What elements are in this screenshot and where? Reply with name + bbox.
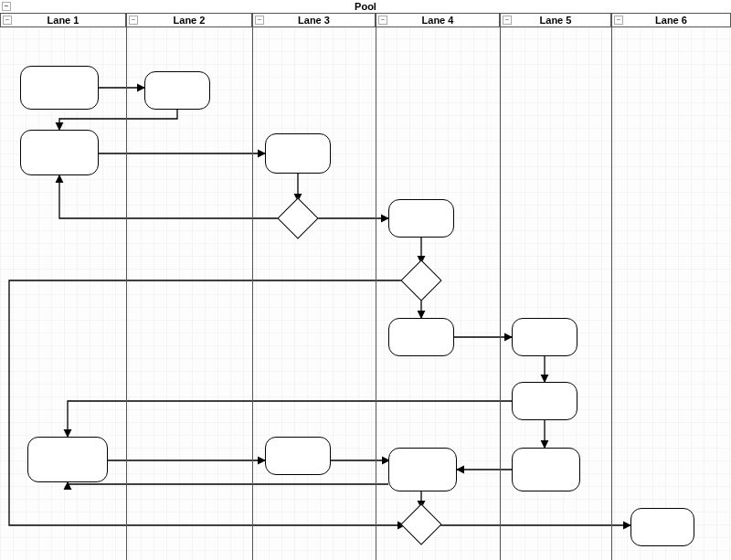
- gateway-node[interactable]: [277, 197, 318, 238]
- pool-title-label: Pool: [355, 1, 376, 12]
- task-node[interactable]: [630, 508, 694, 546]
- lane-collapse-icon[interactable]: −: [378, 16, 387, 25]
- task-node[interactable]: [388, 448, 457, 491]
- edges-layer: [0, 0, 731, 560]
- lane-header-lane1: Lane 1: [0, 13, 126, 27]
- pool-collapse-icon[interactable]: −: [2, 2, 11, 11]
- lane-collapse-icon[interactable]: −: [614, 16, 623, 25]
- task-node[interactable]: [512, 318, 577, 356]
- lane-collapse-icon[interactable]: −: [503, 16, 512, 25]
- task-node[interactable]: [144, 71, 210, 110]
- lane-header-label: Lane 4: [422, 15, 454, 26]
- gateway-node[interactable]: [400, 503, 441, 544]
- task-node[interactable]: [512, 448, 580, 491]
- task-node[interactable]: [512, 382, 577, 420]
- task-node[interactable]: [388, 318, 454, 356]
- lane-header-lane5: Lane 5: [500, 13, 611, 27]
- lane-collapse-icon[interactable]: −: [129, 16, 138, 25]
- lane-header-lane2: Lane 2: [126, 13, 252, 27]
- edge[interactable]: [59, 175, 281, 218]
- task-node[interactable]: [265, 133, 331, 174]
- lane-separator: [611, 27, 612, 560]
- lane-separator: [252, 27, 253, 560]
- diagram-canvas[interactable]: − Pool Lane 1−Lane 2−Lane 3−Lane 4−Lane …: [0, 0, 731, 560]
- task-node[interactable]: [265, 437, 331, 475]
- edge[interactable]: [68, 401, 512, 437]
- lane-separator: [500, 27, 501, 560]
- task-node[interactable]: [388, 199, 454, 238]
- edge[interactable]: [59, 110, 177, 130]
- lane-header-label: Lane 2: [174, 15, 206, 26]
- lane-collapse-icon[interactable]: −: [3, 16, 12, 25]
- lane-header-label: Lane 6: [655, 15, 687, 26]
- task-node[interactable]: [20, 130, 99, 175]
- lane-header-lane6: Lane 6: [611, 13, 731, 27]
- lane-header-lane3: Lane 3: [252, 13, 376, 27]
- lane-header-label: Lane 5: [540, 15, 572, 26]
- lane-header-lane4: Lane 4: [376, 13, 500, 27]
- lane-separator: [376, 27, 376, 560]
- pool-title: − Pool: [0, 0, 731, 14]
- lane-header-label: Lane 1: [48, 15, 79, 26]
- task-node[interactable]: [20, 66, 99, 110]
- lane-separator: [126, 27, 127, 560]
- edge[interactable]: [68, 482, 388, 484]
- lane-collapse-icon[interactable]: −: [255, 16, 264, 25]
- task-node[interactable]: [27, 437, 108, 482]
- lane-header-label: Lane 3: [298, 15, 330, 26]
- gateway-node[interactable]: [400, 259, 441, 301]
- edge[interactable]: [9, 280, 405, 525]
